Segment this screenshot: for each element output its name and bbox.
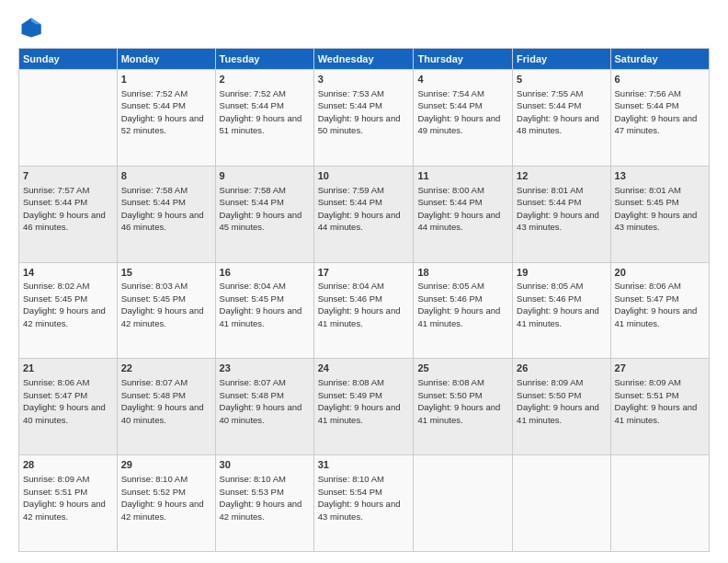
day-header-monday: Monday bbox=[117, 49, 215, 70]
calendar-cell: 28 Sunrise: 8:09 AMSunset: 5:51 PMDaylig… bbox=[19, 455, 118, 552]
calendar-cell: 2 Sunrise: 7:52 AMSunset: 5:44 PMDayligh… bbox=[215, 70, 313, 167]
day-header-wednesday: Wednesday bbox=[313, 49, 414, 70]
cell-sunrise: Sunrise: 7:55 AMSunset: 5:44 PMDaylight:… bbox=[517, 88, 599, 136]
calendar-week-3: 14 Sunrise: 8:02 AMSunset: 5:45 PMDaylig… bbox=[19, 262, 710, 359]
day-number: 29 bbox=[121, 458, 211, 472]
calendar-cell: 17 Sunrise: 8:04 AMSunset: 5:46 PMDaylig… bbox=[313, 262, 414, 359]
day-header-saturday: Saturday bbox=[610, 49, 709, 70]
day-number: 15 bbox=[121, 266, 211, 280]
cell-sunrise: Sunrise: 8:07 AMSunset: 5:48 PMDaylight:… bbox=[121, 377, 204, 425]
cell-sunrise: Sunrise: 8:09 AMSunset: 5:51 PMDaylight:… bbox=[23, 474, 106, 522]
day-number: 8 bbox=[121, 169, 211, 183]
cell-sunrise: Sunrise: 8:08 AMSunset: 5:49 PMDaylight:… bbox=[318, 377, 401, 425]
page: SundayMondayTuesdayWednesdayThursdayFrid… bbox=[0, 0, 728, 563]
calendar-cell: 14 Sunrise: 8:02 AMSunset: 5:45 PMDaylig… bbox=[19, 262, 118, 359]
day-number: 27 bbox=[615, 362, 705, 375]
day-number: 7 bbox=[23, 169, 113, 183]
day-number: 31 bbox=[318, 458, 410, 472]
logo bbox=[18, 15, 48, 40]
day-number: 11 bbox=[417, 169, 508, 183]
calendar-cell: 1 Sunrise: 7:52 AMSunset: 5:44 PMDayligh… bbox=[117, 70, 215, 167]
cell-sunrise: Sunrise: 7:56 AMSunset: 5:44 PMDaylight:… bbox=[615, 88, 698, 136]
cell-sunrise: Sunrise: 8:01 AMSunset: 5:44 PMDaylight:… bbox=[517, 185, 599, 233]
cell-sunrise: Sunrise: 8:09 AMSunset: 5:51 PMDaylight:… bbox=[615, 377, 698, 425]
day-number: 10 bbox=[318, 169, 410, 183]
calendar-cell: 26 Sunrise: 8:09 AMSunset: 5:50 PMDaylig… bbox=[513, 359, 610, 455]
cell-sunrise: Sunrise: 8:08 AMSunset: 5:50 PMDaylight:… bbox=[417, 377, 500, 425]
day-number: 6 bbox=[615, 73, 705, 86]
day-number: 26 bbox=[517, 362, 606, 375]
cell-sunrise: Sunrise: 8:04 AMSunset: 5:46 PMDaylight:… bbox=[318, 281, 401, 328]
day-number: 2 bbox=[220, 73, 310, 86]
cell-sunrise: Sunrise: 8:06 AMSunset: 5:47 PMDaylight:… bbox=[615, 281, 698, 328]
calendar-cell: 19 Sunrise: 8:05 AMSunset: 5:46 PMDaylig… bbox=[513, 262, 610, 359]
day-header-tuesday: Tuesday bbox=[215, 49, 313, 70]
cell-sunrise: Sunrise: 8:10 AMSunset: 5:52 PMDaylight:… bbox=[121, 474, 204, 522]
cell-sunrise: Sunrise: 8:05 AMSunset: 5:46 PMDaylight:… bbox=[517, 281, 599, 328]
calendar-cell: 9 Sunrise: 7:58 AMSunset: 5:44 PMDayligh… bbox=[215, 166, 313, 262]
calendar-cell: 29 Sunrise: 8:10 AMSunset: 5:52 PMDaylig… bbox=[117, 455, 215, 552]
cell-sunrise: Sunrise: 8:10 AMSunset: 5:54 PMDaylight:… bbox=[318, 474, 401, 522]
day-number: 23 bbox=[220, 362, 310, 375]
day-number: 22 bbox=[121, 362, 211, 375]
cell-sunrise: Sunrise: 8:03 AMSunset: 5:45 PMDaylight:… bbox=[121, 281, 204, 328]
day-number: 9 bbox=[220, 169, 310, 183]
calendar-cell: 30 Sunrise: 8:10 AMSunset: 5:53 PMDaylig… bbox=[215, 455, 313, 552]
day-number: 13 bbox=[615, 169, 705, 183]
calendar-cell bbox=[610, 455, 709, 552]
cell-sunrise: Sunrise: 8:05 AMSunset: 5:46 PMDaylight:… bbox=[417, 281, 500, 328]
day-number: 16 bbox=[220, 266, 310, 280]
calendar-cell: 6 Sunrise: 7:56 AMSunset: 5:44 PMDayligh… bbox=[610, 70, 709, 167]
calendar-cell: 20 Sunrise: 8:06 AMSunset: 5:47 PMDaylig… bbox=[610, 262, 709, 359]
logo-icon bbox=[18, 15, 44, 40]
calendar-cell: 23 Sunrise: 8:07 AMSunset: 5:48 PMDaylig… bbox=[215, 359, 313, 455]
calendar-cell: 27 Sunrise: 8:09 AMSunset: 5:51 PMDaylig… bbox=[610, 359, 709, 455]
calendar-cell: 7 Sunrise: 7:57 AMSunset: 5:44 PMDayligh… bbox=[19, 166, 118, 262]
calendar-cell: 22 Sunrise: 8:07 AMSunset: 5:48 PMDaylig… bbox=[117, 359, 215, 455]
header bbox=[18, 15, 710, 40]
calendar-cell: 3 Sunrise: 7:53 AMSunset: 5:44 PMDayligh… bbox=[313, 70, 414, 167]
calendar-cell bbox=[19, 70, 118, 167]
calendar-cell: 16 Sunrise: 8:04 AMSunset: 5:45 PMDaylig… bbox=[215, 262, 313, 359]
cell-sunrise: Sunrise: 8:00 AMSunset: 5:44 PMDaylight:… bbox=[417, 185, 500, 233]
day-number: 17 bbox=[318, 266, 410, 280]
day-number: 14 bbox=[23, 266, 113, 280]
calendar-cell: 25 Sunrise: 8:08 AMSunset: 5:50 PMDaylig… bbox=[414, 359, 513, 455]
day-number: 19 bbox=[517, 266, 606, 280]
day-number: 3 bbox=[318, 73, 410, 86]
calendar-cell: 31 Sunrise: 8:10 AMSunset: 5:54 PMDaylig… bbox=[313, 455, 414, 552]
calendar-cell: 15 Sunrise: 8:03 AMSunset: 5:45 PMDaylig… bbox=[117, 262, 215, 359]
day-number: 1 bbox=[121, 73, 211, 86]
calendar-week-1: 1 Sunrise: 7:52 AMSunset: 5:44 PMDayligh… bbox=[19, 70, 710, 167]
calendar-cell: 24 Sunrise: 8:08 AMSunset: 5:49 PMDaylig… bbox=[313, 359, 414, 455]
calendar-week-4: 21 Sunrise: 8:06 AMSunset: 5:47 PMDaylig… bbox=[19, 359, 710, 455]
day-number: 4 bbox=[417, 73, 508, 86]
calendar-cell: 4 Sunrise: 7:54 AMSunset: 5:44 PMDayligh… bbox=[414, 70, 513, 167]
day-number: 21 bbox=[23, 362, 113, 375]
day-header-thursday: Thursday bbox=[414, 49, 513, 70]
day-number: 30 bbox=[220, 458, 310, 472]
cell-sunrise: Sunrise: 8:07 AMSunset: 5:48 PMDaylight:… bbox=[220, 377, 302, 425]
day-header-friday: Friday bbox=[513, 49, 610, 70]
cell-sunrise: Sunrise: 8:10 AMSunset: 5:53 PMDaylight:… bbox=[220, 474, 302, 522]
calendar-cell bbox=[414, 455, 513, 552]
day-number: 12 bbox=[517, 169, 606, 183]
calendar-cell: 13 Sunrise: 8:01 AMSunset: 5:45 PMDaylig… bbox=[610, 166, 709, 262]
calendar-cell: 5 Sunrise: 7:55 AMSunset: 5:44 PMDayligh… bbox=[513, 70, 610, 167]
cell-sunrise: Sunrise: 7:58 AMSunset: 5:44 PMDaylight:… bbox=[220, 185, 302, 233]
svg-marker-2 bbox=[36, 25, 40, 35]
cell-sunrise: Sunrise: 8:06 AMSunset: 5:47 PMDaylight:… bbox=[23, 377, 106, 425]
cell-sunrise: Sunrise: 8:09 AMSunset: 5:50 PMDaylight:… bbox=[517, 377, 599, 425]
calendar-week-2: 7 Sunrise: 7:57 AMSunset: 5:44 PMDayligh… bbox=[19, 166, 710, 262]
cell-sunrise: Sunrise: 7:52 AMSunset: 5:44 PMDaylight:… bbox=[121, 88, 204, 136]
day-number: 20 bbox=[615, 266, 705, 280]
day-number: 24 bbox=[318, 362, 410, 375]
cell-sunrise: Sunrise: 8:02 AMSunset: 5:45 PMDaylight:… bbox=[23, 281, 106, 328]
cell-sunrise: Sunrise: 7:58 AMSunset: 5:44 PMDaylight:… bbox=[121, 185, 204, 233]
day-number: 18 bbox=[417, 266, 508, 280]
calendar-week-5: 28 Sunrise: 8:09 AMSunset: 5:51 PMDaylig… bbox=[19, 455, 710, 552]
day-number: 5 bbox=[517, 73, 606, 86]
calendar-cell: 10 Sunrise: 7:59 AMSunset: 5:44 PMDaylig… bbox=[313, 166, 414, 262]
calendar-table: SundayMondayTuesdayWednesdayThursdayFrid… bbox=[18, 48, 710, 552]
header-row: SundayMondayTuesdayWednesdayThursdayFrid… bbox=[19, 49, 710, 70]
